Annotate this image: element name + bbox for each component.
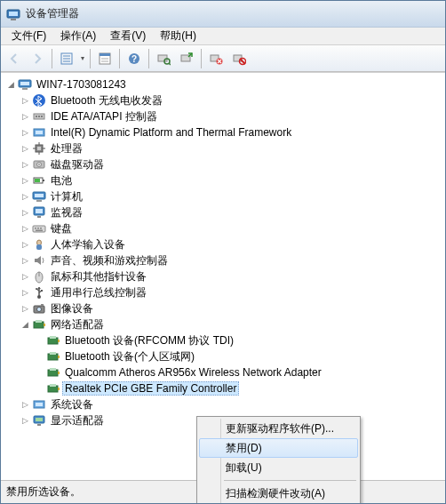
svg-rect-43 [43, 180, 44, 181]
svg-point-29 [38, 116, 40, 117]
keyboard-icon [32, 221, 46, 236]
disable-button[interactable] [228, 48, 250, 69]
show-hide-tree-button[interactable] [56, 48, 77, 69]
expander-closed-icon[interactable]: ▷ [19, 190, 31, 203]
expander-closed-icon[interactable]: ▷ [19, 142, 31, 155]
tree-category[interactable]: ▷磁盘驱动器 [4, 156, 445, 172]
category-network-adapters[interactable]: ◢ 网络适配器 [4, 316, 445, 332]
svg-rect-2 [11, 19, 16, 20]
device-label: Realtek PCIe GBE Family Controller [62, 381, 239, 396]
expander-closed-icon[interactable]: ▷ [19, 94, 31, 107]
tree-category[interactable]: ▷计算机 [4, 188, 445, 204]
expander-closed-icon[interactable]: ▷ [19, 286, 31, 299]
bluetooth-icon [32, 93, 46, 108]
tree-category[interactable]: ▷Bluetooth 无线电收发器 [4, 92, 445, 108]
tree-category[interactable]: ▷键盘 [4, 220, 445, 236]
toolbar-separator [201, 49, 202, 68]
svg-rect-68 [36, 320, 42, 323]
network-device[interactable]: Bluetooth 设备(RFCOMM 协议 TDI) [4, 332, 445, 348]
menu-action[interactable]: 操作(A) [53, 27, 103, 45]
tree-category[interactable]: ▷鼠标和其他指针设备 [4, 268, 445, 284]
network-adapter-icon [32, 317, 46, 332]
context-scan-hardware[interactable]: 扫描检测硬件改动(A) [199, 484, 358, 503]
update-driver-button[interactable] [176, 48, 197, 69]
properties-button[interactable] [94, 48, 115, 69]
svg-rect-73 [48, 354, 58, 360]
menu-help[interactable]: 帮助(H) [153, 27, 203, 45]
device-manager-window: 设备管理器 文件(F) 操作(A) 查看(V) 帮助(H) ▾ ? [0, 0, 446, 504]
expander-closed-icon[interactable]: ▷ [19, 126, 31, 139]
cpu-icon [32, 141, 46, 156]
network-device[interactable]: Realtek PCIe GBE Family Controller [4, 380, 445, 396]
svg-rect-70 [48, 338, 58, 344]
category-label: 鼠标和其他指针设备 [48, 268, 149, 285]
svg-rect-74 [50, 352, 56, 355]
ide-icon [32, 109, 46, 124]
dropdown-arrow-icon[interactable]: ▾ [78, 54, 87, 62]
titlebar: 设备管理器 [1, 1, 445, 28]
expander-closed-icon[interactable]: ▷ [19, 206, 31, 219]
expander-open-icon[interactable]: ◢ [19, 318, 31, 331]
computer-icon [18, 77, 32, 92]
svg-rect-69 [44, 324, 45, 326]
tree-category[interactable]: ▷IDE ATA/ATAPI 控制器 [4, 108, 445, 124]
toolbar: ▾ ? [1, 45, 445, 72]
network-device[interactable]: Bluetooth 设备(个人区域网) [4, 348, 445, 364]
hid-icon [32, 237, 46, 252]
help-icon: ? [127, 52, 141, 66]
category-label: 磁盘驱动器 [48, 156, 107, 173]
arrow-left-icon [7, 52, 21, 66]
menu-view[interactable]: 查看(V) [103, 27, 153, 45]
svg-line-15 [169, 63, 171, 65]
tree-category[interactable]: ▷通用串行总线控制器 [4, 284, 445, 300]
tree-root[interactable]: ◢ WIN7-1703081243 [4, 76, 445, 92]
svg-rect-71 [50, 336, 56, 339]
expander-closed-icon[interactable]: ▷ [19, 174, 31, 187]
svg-rect-78 [58, 372, 60, 374]
svg-rect-55 [36, 230, 43, 232]
svg-rect-46 [35, 194, 44, 197]
tree-category[interactable]: ▷图像设备 [4, 300, 445, 316]
tree-category[interactable]: ▷Intel(R) Dynamic Platform and Thermal F… [4, 124, 445, 140]
expander-closed-icon[interactable]: ▷ [19, 254, 31, 267]
svg-rect-8 [100, 53, 110, 56]
context-update-driver[interactable]: 更新驱动程序软件(P)... [199, 419, 358, 438]
category-label: IDE ATA/ATAPI 控制器 [48, 108, 160, 125]
expander-closed-icon[interactable]: ▷ [19, 270, 31, 283]
category-label: 电池 [48, 172, 75, 189]
context-disable[interactable]: 禁用(D) [199, 438, 358, 458]
expander-closed-icon[interactable]: ▷ [19, 302, 31, 315]
expander-closed-icon[interactable]: ▷ [19, 110, 31, 123]
network-device[interactable]: Qualcomm Atheros AR956x Wireless Network… [4, 364, 445, 380]
tree-category[interactable]: ▷系统设备 [4, 396, 445, 412]
svg-rect-76 [48, 370, 58, 376]
system-icon [32, 125, 46, 140]
network-adapter-icon [46, 381, 60, 396]
tree-category[interactable]: ▷处理器 [4, 140, 445, 156]
tree-category[interactable]: ▷电池 [4, 172, 445, 188]
expander-closed-icon[interactable]: ▷ [19, 158, 31, 171]
uninstall-button[interactable] [205, 48, 227, 69]
expander-closed-icon[interactable]: ▷ [19, 222, 31, 235]
context-uninstall[interactable]: 卸载(U) [199, 458, 358, 477]
tree-category[interactable]: ▷监视器 [4, 204, 445, 220]
system-icon [32, 397, 46, 412]
expander-closed-icon[interactable]: ▷ [19, 414, 31, 427]
tree-category[interactable]: ▷人体学输入设备 [4, 236, 445, 252]
expander-closed-icon[interactable]: ▷ [19, 398, 31, 411]
svg-rect-1 [9, 12, 18, 16]
scan-hardware-button[interactable] [153, 48, 174, 69]
svg-rect-53 [37, 228, 39, 229]
network-adapter-icon [46, 349, 60, 364]
window-title: 设备管理器 [26, 6, 79, 21]
update-icon [179, 52, 194, 66]
svg-rect-52 [35, 228, 36, 229]
tree-category[interactable]: ▷声音、视频和游戏控制器 [4, 252, 445, 268]
help-button[interactable]: ? [123, 48, 145, 69]
display-icon [32, 413, 46, 428]
expander-closed-icon[interactable]: ▷ [19, 238, 31, 251]
category-label: Intel(R) Dynamic Platform and Thermal Fr… [48, 125, 294, 140]
expander-open-icon[interactable]: ◢ [4, 78, 17, 91]
device-label: Bluetooth 设备(RFCOMM 协议 TDI) [62, 332, 236, 349]
menu-file[interactable]: 文件(F) [4, 27, 53, 45]
